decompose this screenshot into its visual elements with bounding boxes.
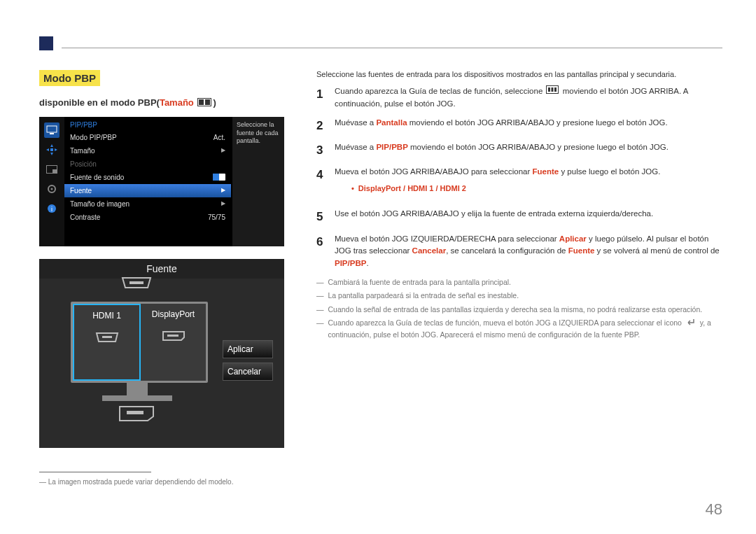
svg-rect-18 xyxy=(167,335,178,337)
step-3: 3 Muévase a PIP/PBP moviendo el botón JO… xyxy=(316,141,722,160)
port-options: DisplayPort / HDMI 1 / HDMI 2 xyxy=(351,183,722,195)
osd-row-tamano-img[interactable]: Tamaño de imagen▶ xyxy=(64,197,231,211)
header-accent xyxy=(39,36,53,50)
osd-row-fuente[interactable]: Fuente▶ xyxy=(64,184,231,197)
footer-rule xyxy=(39,472,151,472)
monitor-icon[interactable] xyxy=(44,122,59,138)
svg-rect-1 xyxy=(199,99,204,105)
osd-main: PIP/PBP Modo PIP/PBPAct. Tamaño▶ Posició… xyxy=(64,117,231,246)
dp-port-icon xyxy=(117,405,156,425)
notes: ―Cambiará la fuente de entrada para la p… xyxy=(316,276,722,340)
section-title: Modo PBP xyxy=(39,70,100,86)
svg-rect-11 xyxy=(52,169,57,173)
subheading-post: ) xyxy=(213,97,216,108)
step-4: 4 Mueva el botón JOG ARRIBA/ABAJO para s… xyxy=(316,166,722,202)
osd-row-contraste[interactable]: Contraste75/75 xyxy=(64,211,231,224)
step-5: 5 Use el botón JOG ARRIBA/ABAJO y elija … xyxy=(316,208,722,226)
sound-indicator-icon xyxy=(213,174,225,181)
osd-row-fuente-sonido[interactable]: Fuente de sonido xyxy=(64,171,231,184)
svg-rect-9 xyxy=(50,148,53,151)
svg-rect-2 xyxy=(205,99,210,105)
cancel-button[interactable]: Cancelar xyxy=(223,363,273,381)
pbp-size-icon xyxy=(197,98,211,108)
footer-note: ― La imagen mostrada puede variar depend… xyxy=(39,478,284,486)
osd-panel: i PIP/PBP Modo PIP/PBPAct. Tamaño▶ Posic… xyxy=(39,117,284,246)
dp-glyph-icon xyxy=(161,330,186,345)
note-4: Cuando aparezca la Guía de teclas de fun… xyxy=(328,317,723,341)
note-3: Cuando la señal de entrada de las pantal… xyxy=(328,304,703,315)
svg-rect-22 xyxy=(552,87,554,92)
osd-row-tamano[interactable]: Tamaño▶ xyxy=(64,144,231,157)
subheading: disponible en el modo PBP(Tamaño ) xyxy=(39,97,284,108)
svg-rect-23 xyxy=(554,87,556,92)
header-rule xyxy=(62,48,722,48)
info-icon[interactable]: i xyxy=(44,201,59,216)
note-2: La pantalla parpadeará si la entrada de … xyxy=(328,290,519,301)
monitor-right[interactable]: DisplayPort xyxy=(141,304,206,381)
osd-row-posicion: Posición xyxy=(64,157,231,171)
subheading-red: Tamaño xyxy=(160,97,194,108)
nav-icon[interactable] xyxy=(44,142,59,157)
svg-marker-8 xyxy=(55,148,57,151)
right-column: Seleccione las fuentes de entrada para l… xyxy=(316,70,722,342)
monitor-left-label: HDMI 1 xyxy=(92,311,121,321)
osd-sidebar: i xyxy=(39,117,64,246)
osd-help: Seleccione la fuente de cada pantalla. xyxy=(232,117,284,246)
hdmi-port-icon xyxy=(120,276,153,293)
step-1: 1 Cuando aparezca la Guía de teclas de f… xyxy=(316,85,722,111)
fuente-panel: Fuente HDMI 1 DisplayPort xyxy=(39,259,284,448)
svg-rect-17 xyxy=(102,336,112,338)
return-icon xyxy=(685,318,696,329)
monitor-stand-base xyxy=(102,395,172,401)
fuente-buttons: Aplicar Cancelar xyxy=(223,340,273,385)
apply-button[interactable]: Aplicar xyxy=(223,340,273,358)
note-1: Cambiará la fuente de entrada para la pa… xyxy=(328,276,512,288)
page-number: 48 xyxy=(706,500,722,519)
step-6: 6 Mueva el botón JOG IZQUIERDA/DERECHA p… xyxy=(316,233,722,270)
step-2: 2 Muévase a Pantalla moviendo el botón J… xyxy=(316,117,722,135)
subheading-pre: disponible en el modo PBP( xyxy=(39,97,160,108)
fuente-title: Fuente xyxy=(39,259,284,279)
pip-icon[interactable] xyxy=(44,162,59,177)
svg-point-13 xyxy=(51,188,53,190)
left-column: Modo PBP disponible en el modo PBP(Tamañ… xyxy=(39,70,284,486)
intro-text: Seleccione las fuentes de entrada para l… xyxy=(316,70,722,78)
hdmi-glyph-icon xyxy=(94,332,120,346)
svg-text:i: i xyxy=(51,206,52,213)
svg-rect-4 xyxy=(50,133,54,134)
svg-rect-16 xyxy=(130,281,144,284)
svg-marker-7 xyxy=(46,148,49,151)
svg-rect-3 xyxy=(47,126,57,132)
svg-rect-21 xyxy=(548,87,550,92)
osd-title: PIP/PBP xyxy=(64,121,231,129)
monitor-right-label: DisplayPort xyxy=(152,309,195,319)
monitor-frame: HDMI 1 DisplayPort xyxy=(71,302,208,383)
monitor-stand xyxy=(127,383,148,397)
svg-rect-19 xyxy=(127,411,144,414)
svg-marker-5 xyxy=(50,144,53,147)
svg-marker-6 xyxy=(50,153,53,155)
fuente-diagram: HDMI 1 DisplayPort xyxy=(64,297,204,402)
gear-icon[interactable] xyxy=(44,181,59,197)
menu-icon xyxy=(546,85,559,98)
osd-row-modo[interactable]: Modo PIP/PBPAct. xyxy=(64,131,231,144)
steps-list: 1 Cuando aparezca la Guía de teclas de f… xyxy=(316,85,722,270)
monitor-left[interactable]: HDMI 1 xyxy=(73,304,141,381)
